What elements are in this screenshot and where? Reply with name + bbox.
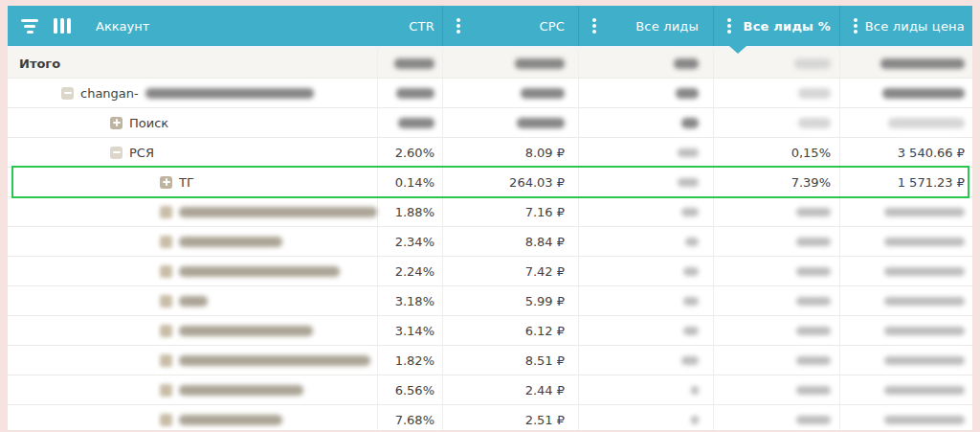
expand-icon xyxy=(160,354,172,367)
cell-ctr: 7.68% xyxy=(377,405,442,430)
cell-account xyxy=(8,257,377,285)
table-row[interactable]: 2.24%7.42 ₽ xyxy=(8,257,972,286)
collapse-icon[interactable] xyxy=(61,87,74,100)
table-row[interactable]: 6.56%2.44 ₽ xyxy=(8,375,972,405)
cell-cpc: 5.99 ₽ xyxy=(442,286,578,315)
cell-leads xyxy=(578,286,713,315)
row-label: Итого xyxy=(19,57,60,71)
filter-icon[interactable] xyxy=(21,17,38,34)
redacted-value xyxy=(683,297,699,306)
redacted-value xyxy=(884,208,965,216)
sort-indicator xyxy=(729,46,746,54)
redacted-label xyxy=(179,237,282,247)
header-cpc[interactable]: CPC xyxy=(442,6,578,46)
expand-icon xyxy=(160,384,172,397)
expand-icon[interactable] xyxy=(160,176,172,189)
cell-value: 2.60% xyxy=(395,146,434,160)
redacted-value xyxy=(396,88,434,99)
redacted-value xyxy=(691,416,699,424)
cell-leads xyxy=(578,227,713,256)
column-label: Все лиды xyxy=(635,19,713,34)
header-price[interactable]: Все лиды цена xyxy=(839,6,972,46)
cell-leads xyxy=(578,375,713,404)
cell-value: 3.14% xyxy=(395,324,434,338)
column-menu-icon[interactable] xyxy=(457,18,460,22)
redacted-value xyxy=(884,416,965,424)
redacted-value xyxy=(884,386,965,395)
cell-account xyxy=(8,346,377,375)
table-row[interactable]: 3.14%6.12 ₽ xyxy=(8,316,972,346)
header-account[interactable]: Аккаунт xyxy=(8,6,377,46)
collapse-icon[interactable] xyxy=(110,147,122,159)
cell-ctr: 1.88% xyxy=(377,197,442,226)
table-row[interactable]: 1.82%8.51 ₽ xyxy=(8,346,972,375)
redacted-value xyxy=(796,327,831,335)
column-menu-icon[interactable] xyxy=(854,18,858,22)
cell-cpc: 8.84 ₽ xyxy=(442,227,578,256)
column-menu-icon[interactable] xyxy=(592,18,596,22)
expand-icon xyxy=(160,325,172,337)
cell-ctr: 1.82% xyxy=(377,346,442,375)
expand-icon xyxy=(160,265,172,278)
cell-leads xyxy=(578,405,713,430)
cell-value: 1 571.23 ₽ xyxy=(898,175,965,190)
account-column-label: Аккаунт xyxy=(96,19,149,34)
cell-price xyxy=(839,286,972,315)
header-leads[interactable]: Все лиды xyxy=(578,6,713,46)
cell-pct xyxy=(713,79,839,107)
cell-price: 1 571.23 ₽ xyxy=(839,168,972,196)
cell-pct: 0,15% xyxy=(713,138,839,167)
cell-price xyxy=(839,316,972,345)
table-row[interactable]: РСЯ2.60%8.09 ₽0,15%3 540.66 ₽ xyxy=(8,138,972,168)
redacted-value xyxy=(796,208,831,216)
redacted-value xyxy=(681,208,699,216)
cell-cpc: 2.51 ₽ xyxy=(442,405,578,430)
redacted-label xyxy=(179,296,208,307)
table-row[interactable]: Итого xyxy=(8,49,972,79)
header-ctr[interactable]: CTR xyxy=(377,6,442,46)
expand-icon xyxy=(160,236,172,248)
redacted-value xyxy=(674,58,699,69)
header-pct[interactable]: Все лиды % xyxy=(713,6,839,46)
table-row[interactable]: 7.68%2.51 ₽ xyxy=(8,405,972,430)
cell-ctr xyxy=(377,49,442,78)
expand-icon xyxy=(160,295,172,307)
cell-leads xyxy=(578,138,713,167)
redacted-value xyxy=(796,386,831,395)
table-row[interactable]: 3.18%5.99 ₽ xyxy=(8,286,972,316)
table-row[interactable]: 1.88%7.16 ₽ xyxy=(8,197,972,227)
cell-cpc xyxy=(442,49,578,78)
cell-pct xyxy=(713,197,839,226)
cell-cpc: 8.09 ₽ xyxy=(442,138,578,167)
expand-icon[interactable] xyxy=(110,117,122,129)
cell-pct xyxy=(713,257,839,285)
cell-price xyxy=(839,108,972,137)
redacted-value xyxy=(884,238,965,246)
column-menu-icon[interactable] xyxy=(727,18,731,22)
redacted-label xyxy=(179,207,377,217)
cell-value: 7.42 ₽ xyxy=(525,264,565,279)
cell-account: ТГ xyxy=(8,168,377,196)
redacted-value xyxy=(394,58,434,69)
table-row[interactable]: ТГ0.14%264.03 ₽7.39%1 571.23 ₽ xyxy=(8,168,972,197)
redacted-value xyxy=(796,356,831,365)
cell-cpc: 264.03 ₽ xyxy=(442,168,578,196)
cell-price xyxy=(839,49,972,78)
cell-ctr xyxy=(377,108,442,137)
cell-ctr: 2.24% xyxy=(377,257,442,285)
cell-cpc xyxy=(442,79,578,107)
columns-icon[interactable] xyxy=(54,18,71,34)
redacted-value xyxy=(888,118,965,128)
redacted-value xyxy=(884,327,965,335)
row-label: Поиск xyxy=(129,116,168,130)
cell-value: 5.99 ₽ xyxy=(525,294,565,308)
cell-value: 2.51 ₽ xyxy=(525,413,565,427)
row-label: ТГ xyxy=(179,175,194,190)
cell-pct xyxy=(713,316,839,345)
cell-account xyxy=(8,286,377,315)
cell-value: 6.56% xyxy=(395,383,434,398)
redacted-value xyxy=(884,267,965,276)
table-row[interactable]: Поиск xyxy=(8,108,972,138)
table-row[interactable]: 2.34%8.84 ₽ xyxy=(8,227,972,257)
table-row[interactable]: changan- xyxy=(8,79,972,108)
